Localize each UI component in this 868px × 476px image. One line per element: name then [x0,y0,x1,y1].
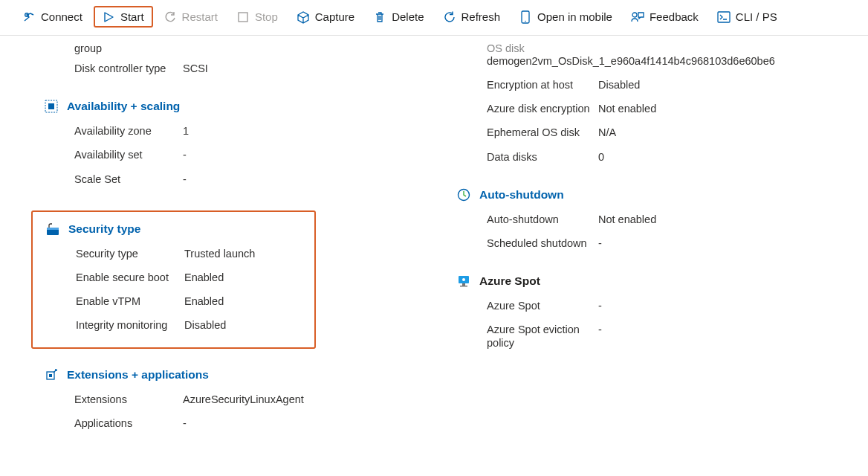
encryption-host-label: Encryption at host [457,78,598,91]
stop-icon [237,11,249,23]
availability-zone-label: Availability zone [45,124,183,138]
azure-spot-icon [457,274,470,288]
svg-rect-10 [47,228,59,230]
azure-spot-label: Azure Spot [457,299,598,312]
integrity-label: Integrity monitoring [46,318,184,332]
content-area: group Disk controller type SCSI Availabi… [0,36,868,435]
svg-rect-12 [49,374,52,377]
connect-button[interactable]: Connect [15,7,91,27]
svg-rect-8 [48,103,54,109]
capture-label: Capture [315,10,354,23]
connect-label: Connect [41,10,82,23]
availability-set-value: - [183,148,457,161]
stop-label: Stop [255,10,278,23]
azure-spot-value: - [598,299,843,312]
svg-point-4 [525,20,526,22]
cli-ps-button[interactable]: CLI / PS [710,7,786,27]
vtpm-label: Enable vTPM [46,295,184,308]
extensions-icon [45,368,58,382]
refresh-icon [444,11,456,23]
open-in-mobile-button[interactable]: Open in mobile [511,7,621,27]
delete-icon [374,11,386,23]
section-extensions[interactable]: Extensions + applications [45,368,457,382]
scheduled-shutdown-label: Scheduled shutdown [457,237,598,250]
auto-shutdown-title: Auto-shutdown [479,188,564,202]
open-in-mobile-label: Open in mobile [537,10,612,23]
refresh-label: Refresh [461,10,501,23]
secure-boot-value: Enabled [184,271,310,284]
feedback-label: Feedback [650,10,699,23]
restart-icon [164,11,176,23]
vtpm-value: Enabled [184,295,310,308]
azure-spot-eviction-label: Azure Spot eviction policy [457,323,598,350]
svg-rect-15 [462,283,465,286]
ephemeral-os-disk-label: Ephemeral OS disk [457,126,598,139]
feedback-button[interactable]: Feedback [624,7,707,27]
disk-controller-label: Disk controller type [45,62,183,75]
availability-title: Availability + scaling [67,100,180,113]
stop-button: Stop [229,7,286,27]
section-auto-shutdown[interactable]: Auto-shutdown [457,188,843,202]
svg-rect-2 [239,13,247,22]
azure-disk-encryption-value: Not enabled [598,102,843,115]
security-icon [46,222,59,236]
feedback-icon [632,11,644,23]
cli-icon [718,11,730,23]
restart-label: Restart [182,10,218,23]
os-disk-partial-label: OS disk [457,42,598,55]
azure-disk-encryption-label: Azure disk encryption [457,102,598,115]
section-security[interactable]: Security type [46,222,310,236]
cli-ps-label: CLI / PS [736,10,777,23]
data-disks-label: Data disks [457,150,598,164]
svg-rect-16 [460,286,467,287]
clock-icon [457,188,470,202]
integrity-value: Disabled [184,318,310,332]
security-type-label: Security type [46,247,184,260]
extensions-label: Extensions [45,393,183,406]
section-availability[interactable]: Availability + scaling [45,100,457,113]
delete-button[interactable]: Delete [366,7,432,27]
availability-set-label: Availability set [45,148,183,161]
ephemeral-os-disk-value: N/A [598,126,843,139]
os-disk-name-value: demogen2vm_OsDisk_1_e960a4f1414b4c968103… [457,55,843,67]
start-button[interactable]: Start [94,6,153,28]
extensions-value: AzureSecurityLinuxAgent [183,393,457,406]
right-column: OS disk demogen2vm_OsDisk_1_e960a4f1414b… [457,40,843,435]
left-column: group Disk controller type SCSI Availabi… [0,40,457,435]
capture-button[interactable]: Capture [289,7,363,27]
auto-shutdown-value: Not enabled [598,213,843,226]
azure-spot-eviction-value: - [598,323,843,336]
secure-boot-label: Enable secure boot [46,271,184,284]
scale-set-value: - [183,173,457,186]
svg-marker-1 [105,13,113,22]
svg-point-17 [462,278,465,281]
delete-label: Delete [392,10,424,23]
security-section-highlight: Security type Security type Trusted laun… [31,210,316,350]
svg-rect-6 [718,12,730,22]
refresh-button[interactable]: Refresh [435,7,509,27]
data-disks-value: 0 [598,150,843,164]
scheduled-shutdown-value: - [598,237,843,250]
extensions-title: Extensions + applications [67,368,209,382]
start-icon [103,11,114,23]
svg-point-5 [632,13,637,17]
disk-controller-value: SCSI [183,62,457,75]
azure-spot-title: Azure Spot [479,274,540,288]
command-bar: Connect Start Restart Stop Capture Delet… [0,0,868,36]
security-type-value: Trusted launch [184,247,310,260]
applications-label: Applications [45,416,183,430]
auto-shutdown-label: Auto-shutdown [457,213,598,226]
connect-icon [23,11,35,23]
applications-value: - [183,416,457,430]
scale-set-label: Scale Set [45,173,183,186]
availability-icon [45,100,58,113]
security-title: Security type [68,222,140,236]
section-azure-spot: Azure Spot [457,274,843,288]
availability-zone-value: 1 [183,124,457,138]
restart-button: Restart [156,7,226,27]
capture-icon [297,11,309,23]
encryption-host-value: Disabled [598,78,843,91]
mobile-icon [519,11,531,23]
start-label: Start [120,10,144,23]
group-label: group [45,42,183,55]
